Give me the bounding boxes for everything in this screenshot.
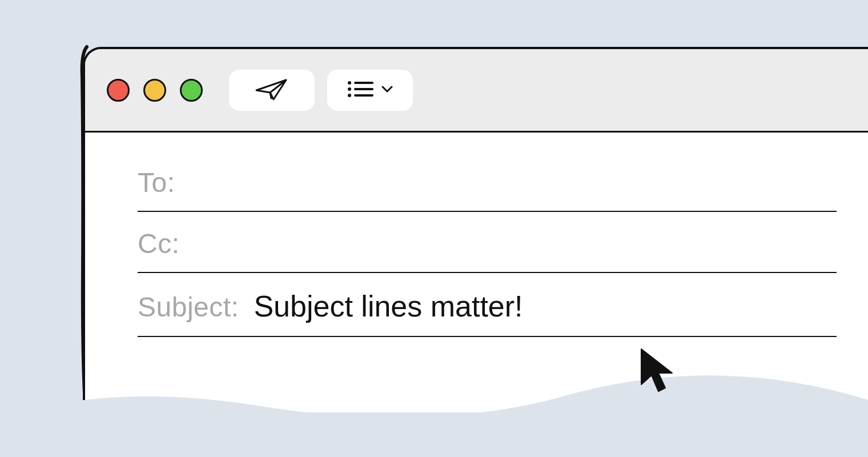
cc-label: Cc: xyxy=(138,228,180,259)
traffic-lights xyxy=(107,79,203,102)
subject-field[interactable]: Subject: Subject lines matter! xyxy=(138,273,837,337)
svg-point-1 xyxy=(348,87,351,91)
window-titlebar xyxy=(85,49,868,133)
svg-point-0 xyxy=(348,81,351,85)
compose-window: To: Cc: Subject: Subject lines matter! xyxy=(83,47,868,412)
subject-label: Subject: xyxy=(138,291,239,323)
subject-value: Subject lines matter! xyxy=(254,289,523,323)
format-list-button[interactable] xyxy=(327,70,413,111)
send-button[interactable] xyxy=(229,70,315,111)
paper-plane-icon xyxy=(254,77,290,104)
to-field[interactable]: To: xyxy=(138,151,837,212)
list-icon xyxy=(347,79,373,101)
chevron-down-icon xyxy=(381,85,393,95)
compose-form: To: Cc: Subject: Subject lines matter! xyxy=(85,133,868,337)
minimize-button[interactable] xyxy=(143,79,166,102)
cc-field[interactable]: Cc: xyxy=(138,212,837,273)
to-label: To: xyxy=(138,167,175,198)
zoom-button[interactable] xyxy=(180,79,203,102)
svg-point-2 xyxy=(348,94,351,97)
close-button[interactable] xyxy=(107,79,130,102)
